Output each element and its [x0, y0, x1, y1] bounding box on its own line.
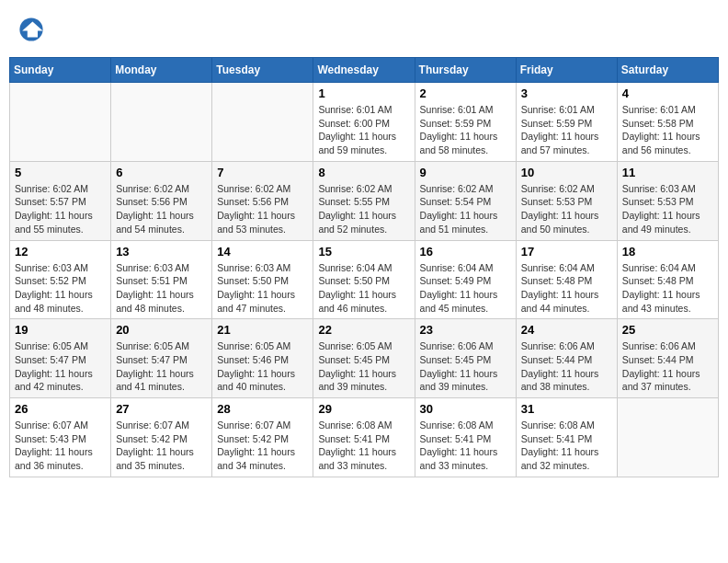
day-info: Sunrise: 6:05 AM Sunset: 5:47 PM Dayligh… [15, 339, 106, 394]
day-number: 8 [318, 166, 409, 179]
day-info: Sunrise: 6:02 AM Sunset: 5:54 PM Dayligh… [420, 182, 511, 236]
week-row-2: 5Sunrise: 6:02 AM Sunset: 5:57 PM Daylig… [10, 161, 719, 240]
logo-icon [18, 17, 44, 42]
day-info: Sunrise: 6:02 AM Sunset: 5:56 PM Dayligh… [217, 182, 308, 236]
day-cell: 22Sunrise: 6:05 AM Sunset: 5:45 PM Dayli… [313, 319, 415, 398]
day-info: Sunrise: 6:03 AM Sunset: 5:50 PM Dayligh… [217, 261, 308, 316]
day-info: Sunrise: 6:05 AM Sunset: 5:46 PM Dayligh… [217, 339, 308, 394]
day-cell: 8Sunrise: 6:02 AM Sunset: 5:55 PM Daylig… [313, 161, 415, 240]
day-cell [212, 83, 313, 162]
day-info: Sunrise: 6:03 AM Sunset: 5:52 PM Dayligh… [15, 261, 106, 316]
weekday-header-tuesday: Tuesday [212, 58, 313, 83]
day-cell: 28Sunrise: 6:07 AM Sunset: 5:42 PM Dayli… [212, 398, 313, 477]
day-number: 9 [420, 166, 511, 179]
day-cell: 12Sunrise: 6:03 AM Sunset: 5:52 PM Dayli… [10, 240, 111, 319]
day-number: 12 [15, 245, 106, 259]
day-cell: 29Sunrise: 6:08 AM Sunset: 5:41 PM Dayli… [313, 398, 415, 477]
day-cell: 14Sunrise: 6:03 AM Sunset: 5:50 PM Dayli… [212, 240, 313, 319]
day-number: 29 [318, 402, 409, 416]
day-cell: 30Sunrise: 6:08 AM Sunset: 5:41 PM Dayli… [415, 398, 516, 477]
day-number: 4 [622, 86, 713, 100]
day-number: 13 [116, 245, 207, 259]
day-info: Sunrise: 6:04 AM Sunset: 5:48 PM Dayligh… [622, 261, 713, 316]
day-number: 10 [521, 166, 612, 179]
day-cell: 5Sunrise: 6:02 AM Sunset: 5:57 PM Daylig… [10, 161, 111, 240]
day-info: Sunrise: 6:01 AM Sunset: 5:59 PM Dayligh… [521, 103, 612, 157]
logo [18, 17, 48, 42]
day-info: Sunrise: 6:08 AM Sunset: 5:41 PM Dayligh… [521, 419, 612, 473]
day-info: Sunrise: 6:01 AM Sunset: 5:59 PM Dayligh… [420, 103, 511, 157]
day-cell: 6Sunrise: 6:02 AM Sunset: 5:56 PM Daylig… [111, 161, 212, 240]
day-number: 21 [217, 323, 308, 337]
day-cell: 1Sunrise: 6:01 AM Sunset: 6:00 PM Daylig… [313, 83, 415, 162]
weekday-header-sunday: Sunday [10, 58, 111, 83]
day-cell: 27Sunrise: 6:07 AM Sunset: 5:42 PM Dayli… [111, 398, 212, 477]
day-number: 3 [521, 86, 612, 100]
day-number: 20 [116, 323, 207, 337]
day-number: 2 [420, 86, 511, 100]
weekday-header-monday: Monday [111, 58, 212, 83]
day-number: 27 [116, 402, 207, 416]
day-info: Sunrise: 6:04 AM Sunset: 5:48 PM Dayligh… [521, 261, 612, 316]
day-cell: 7Sunrise: 6:02 AM Sunset: 5:56 PM Daylig… [212, 161, 313, 240]
day-cell: 23Sunrise: 6:06 AM Sunset: 5:45 PM Dayli… [415, 319, 516, 398]
week-row-3: 12Sunrise: 6:03 AM Sunset: 5:52 PM Dayli… [10, 240, 719, 319]
day-cell: 17Sunrise: 6:04 AM Sunset: 5:48 PM Dayli… [516, 240, 617, 319]
day-info: Sunrise: 6:03 AM Sunset: 5:53 PM Dayligh… [622, 182, 713, 236]
day-number: 5 [15, 166, 106, 179]
day-number: 25 [622, 323, 713, 337]
day-cell: 26Sunrise: 6:07 AM Sunset: 5:43 PM Dayli… [10, 398, 111, 477]
day-number: 11 [622, 166, 713, 179]
day-info: Sunrise: 6:03 AM Sunset: 5:51 PM Dayligh… [116, 261, 207, 316]
day-number: 26 [15, 402, 106, 416]
day-cell: 19Sunrise: 6:05 AM Sunset: 5:47 PM Dayli… [10, 319, 111, 398]
day-cell: 11Sunrise: 6:03 AM Sunset: 5:53 PM Dayli… [617, 161, 718, 240]
day-info: Sunrise: 6:02 AM Sunset: 5:57 PM Dayligh… [15, 182, 106, 236]
calendar-table: SundayMondayTuesdayWednesdayThursdayFrid… [9, 57, 719, 477]
weekday-header-wednesday: Wednesday [313, 58, 415, 83]
day-number: 1 [318, 86, 409, 100]
day-cell: 18Sunrise: 6:04 AM Sunset: 5:48 PM Dayli… [617, 240, 718, 319]
day-cell [111, 83, 212, 162]
day-number: 15 [318, 245, 409, 259]
day-cell: 21Sunrise: 6:05 AM Sunset: 5:46 PM Dayli… [212, 319, 313, 398]
day-cell: 31Sunrise: 6:08 AM Sunset: 5:41 PM Dayli… [516, 398, 617, 477]
day-cell: 10Sunrise: 6:02 AM Sunset: 5:53 PM Dayli… [516, 161, 617, 240]
day-info: Sunrise: 6:06 AM Sunset: 5:44 PM Dayligh… [622, 339, 713, 394]
day-cell: 4Sunrise: 6:01 AM Sunset: 5:58 PM Daylig… [617, 83, 718, 162]
day-info: Sunrise: 6:04 AM Sunset: 5:49 PM Dayligh… [420, 261, 511, 316]
day-info: Sunrise: 6:02 AM Sunset: 5:56 PM Dayligh… [116, 182, 207, 236]
weekday-header-thursday: Thursday [415, 58, 516, 83]
weekday-header-saturday: Saturday [617, 58, 718, 83]
day-number: 23 [420, 323, 511, 337]
day-number: 24 [521, 323, 612, 337]
day-info: Sunrise: 6:04 AM Sunset: 5:50 PM Dayligh… [318, 261, 409, 316]
day-cell [10, 83, 111, 162]
day-number: 16 [420, 245, 511, 259]
day-cell: 2Sunrise: 6:01 AM Sunset: 5:59 PM Daylig… [415, 83, 516, 162]
day-info: Sunrise: 6:05 AM Sunset: 5:45 PM Dayligh… [318, 339, 409, 394]
week-row-1: 1Sunrise: 6:01 AM Sunset: 6:00 PM Daylig… [10, 83, 719, 162]
calendar-body: 1Sunrise: 6:01 AM Sunset: 6:00 PM Daylig… [10, 83, 719, 477]
week-row-4: 19Sunrise: 6:05 AM Sunset: 5:47 PM Dayli… [10, 319, 719, 398]
day-cell: 25Sunrise: 6:06 AM Sunset: 5:44 PM Dayli… [617, 319, 718, 398]
day-info: Sunrise: 6:05 AM Sunset: 5:47 PM Dayligh… [116, 339, 207, 394]
weekday-header-row: SundayMondayTuesdayWednesdayThursdayFrid… [10, 58, 719, 83]
day-number: 18 [622, 245, 713, 259]
day-info: Sunrise: 6:06 AM Sunset: 5:44 PM Dayligh… [521, 339, 612, 394]
day-info: Sunrise: 6:06 AM Sunset: 5:45 PM Dayligh… [420, 339, 511, 394]
day-info: Sunrise: 6:02 AM Sunset: 5:53 PM Dayligh… [521, 182, 612, 236]
page-header [9, 9, 719, 50]
day-cell: 3Sunrise: 6:01 AM Sunset: 5:59 PM Daylig… [516, 83, 617, 162]
day-number: 14 [217, 245, 308, 259]
day-info: Sunrise: 6:07 AM Sunset: 5:42 PM Dayligh… [217, 419, 308, 473]
day-info: Sunrise: 6:08 AM Sunset: 5:41 PM Dayligh… [318, 419, 409, 473]
day-number: 22 [318, 323, 409, 337]
week-row-5: 26Sunrise: 6:07 AM Sunset: 5:43 PM Dayli… [10, 398, 719, 477]
day-number: 28 [217, 402, 308, 416]
day-number: 6 [116, 166, 207, 179]
day-info: Sunrise: 6:07 AM Sunset: 5:42 PM Dayligh… [116, 419, 207, 473]
day-cell: 16Sunrise: 6:04 AM Sunset: 5:49 PM Dayli… [415, 240, 516, 319]
day-number: 7 [217, 166, 308, 179]
day-cell: 9Sunrise: 6:02 AM Sunset: 5:54 PM Daylig… [415, 161, 516, 240]
